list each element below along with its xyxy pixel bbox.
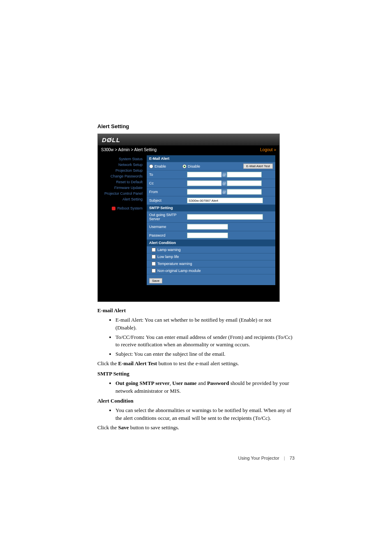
smtp-server-label: Out going SMTP Server [149,213,187,221]
page-number: 73 [290,456,295,461]
screenshot-footer [98,289,279,302]
smtp-server-input[interactable] [187,214,263,220]
non-original-label: Non-original Lamp module [157,269,201,273]
cc-label: Cc [149,181,187,185]
footer-text: Using Your Projector [238,456,279,461]
email-alert-header: E-Mail Alert [147,155,275,162]
subject-input[interactable] [187,198,263,203]
doc-paragraph: Click the Save button to save settings. [97,424,295,432]
sidebar-item-system-status[interactable]: System Status [100,156,143,162]
doc-bullet: Subject: You can enter the subject line … [115,350,295,358]
password-label: Password [149,233,187,237]
subject-label: Subject [149,198,187,203]
sidebar-item-projector-control[interactable]: Projector Control Panel [100,191,143,196]
at-icon: @ [221,172,227,177]
radio-icon [149,164,153,168]
enable-label: Enable [154,164,166,168]
breadcrumb-bar: S300w > Admin > Alert Setting Logout » [98,145,279,154]
doc-bullet: You can select the abnormalities or warn… [115,407,295,422]
low-lamp-label: Low lamp life [157,255,179,259]
sidebar-item-firmware-update[interactable]: Firmware Update [100,185,143,191]
disable-radio[interactable]: Disable [182,164,200,168]
condition-heading: Alert Condition [97,397,295,405]
from-label: From [149,190,187,194]
smtp-header: SMTP Setting [147,205,275,211]
at-icon: @ [221,189,227,195]
to-label: To [149,173,187,177]
username-label: Username [149,225,187,229]
email-test-button[interactable]: E-Mail Alert Test [243,164,273,169]
sidebar-item-projection-setup[interactable]: Projection Setup [100,168,143,173]
temperature-label: Temperature warning [157,262,192,266]
section-title: Alert Setting [97,123,295,129]
username-input[interactable] [187,224,228,230]
condition-header: Alert Condition [147,240,275,246]
doc-bullet: To/CC/From: You can enter email address … [115,334,295,349]
admin-screenshot: DØLL S300w > Admin > Alert Setting Logou… [97,134,280,302]
dell-header: DØLL [98,134,279,145]
password-input[interactable] [187,233,228,238]
disable-label: Disable [188,164,200,168]
low-lamp-checkbox[interactable] [152,255,156,259]
from-user-input[interactable] [187,189,222,195]
cc-domain-input[interactable] [227,180,262,186]
sidebar-item-network-setup[interactable]: Network Setup [100,162,143,168]
sidebar-item-reset-default[interactable]: Reset to Default [100,179,143,185]
footer-divider: | [284,456,285,461]
sidebar-item-change-passwords[interactable]: Change Passwords [100,173,143,179]
sidebar: System Status Network Setup Projection S… [98,154,145,289]
enable-radio[interactable]: Enable [149,164,166,168]
from-domain-input[interactable] [227,189,262,195]
email-alert-heading: E-mail Alert [97,307,295,315]
doc-bullet: Out going SMTP server, User name and Pas… [115,380,295,395]
reboot-icon [112,207,115,210]
temperature-checkbox[interactable] [152,262,156,266]
content-panel: E-Mail Alert Enable Disable E-Mail Alert… [145,154,279,289]
doc-bullet: E-mail Alert: You can set whether to be … [115,316,295,332]
sidebar-item-alert-setting[interactable]: Alert Setting [100,196,143,202]
radio-icon [182,164,187,168]
lamp-warning-checkbox[interactable] [152,248,156,252]
logout-link[interactable]: Logout » [260,147,276,152]
reboot-label: Reboot System [117,206,143,210]
doc-paragraph: Click the E-mail Alert Test button to te… [97,360,295,368]
dell-logo: DØLL [102,136,120,143]
at-icon: @ [221,180,227,186]
to-domain-input[interactable] [227,172,262,177]
lamp-warning-label: Lamp warning [157,248,181,252]
to-user-input[interactable] [187,172,222,177]
save-button[interactable]: Save [149,278,162,283]
sidebar-item-reboot[interactable]: Reboot System [100,205,143,211]
page-footer: Using Your Projector | 73 [238,456,295,461]
cc-user-input[interactable] [187,180,222,186]
non-original-checkbox[interactable] [152,269,156,273]
smtp-heading: SMTP Setting [97,370,295,378]
breadcrumb: S300w > Admin > Alert Setting [101,147,157,152]
